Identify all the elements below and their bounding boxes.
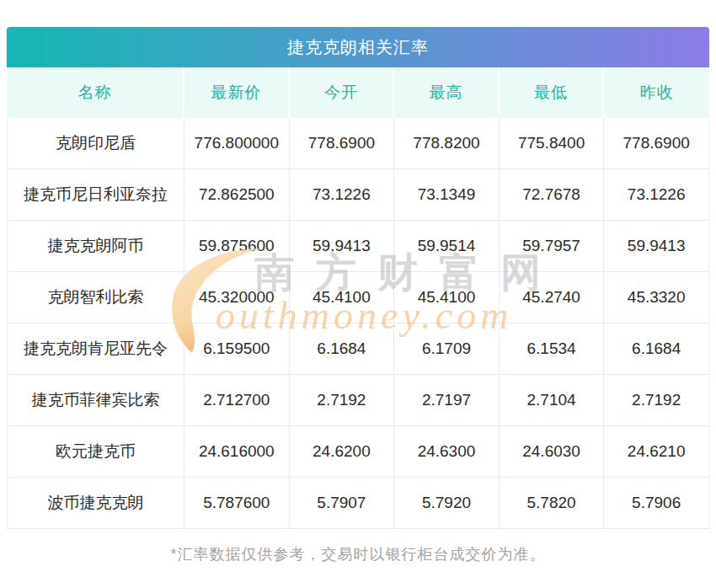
table-row: 捷克币菲律宾比索2.7127002.71922.71972.71042.7192 [7, 375, 709, 426]
rate-value-cell: 24.6030 [500, 426, 605, 477]
pair-name-cell: 捷克克朗肯尼亚先令 [7, 323, 184, 374]
column-header-3: 最高 [394, 67, 500, 118]
table-row: 捷克克朗肯尼亚先令6.1595006.16846.17096.15346.168… [7, 323, 709, 375]
rate-value-cell: 45.4100 [394, 272, 500, 323]
table-body: 克朗印尼盾776.800000778.6900778.8200775.84007… [7, 118, 709, 529]
page: 捷克克朗相关汇率 名称最新价今开最高最低昨收 克朗印尼盾776.80000077… [0, 0, 716, 588]
column-header-5: 昨收 [604, 67, 709, 118]
rate-value-cell: 59.875600 [184, 221, 290, 271]
column-header-0: 名称 [7, 67, 184, 118]
disclaimer-footnote: *汇率数据仅供参考，交易时以银行柜台成交价为准。 [0, 544, 716, 564]
rate-value-cell: 6.159500 [184, 323, 290, 374]
rate-value-cell: 72.862500 [184, 169, 290, 220]
pair-name-cell: 欧元捷克币 [7, 426, 184, 477]
rate-value-cell: 2.7192 [604, 375, 709, 425]
table-row: 波币捷克克朗5.7876005.79075.79205.78205.7906 [7, 478, 709, 529]
table-row: 欧元捷克币24.61600024.620024.630024.603024.62… [7, 426, 709, 478]
rate-value-cell: 6.1684 [290, 323, 395, 374]
rate-value-cell: 5.7820 [500, 478, 605, 528]
rate-value-cell: 59.9413 [604, 221, 709, 271]
rate-value-cell: 73.1226 [604, 169, 709, 220]
rate-value-cell: 2.7104 [500, 375, 605, 425]
pair-name-cell: 捷克币尼日利亚奈拉 [7, 169, 184, 220]
rate-value-cell: 5.7906 [604, 478, 709, 528]
rate-value-cell: 24.6300 [394, 426, 500, 477]
rate-value-cell: 776.800000 [184, 118, 290, 168]
rate-value-cell: 5.7920 [394, 478, 500, 528]
pair-name-cell: 捷克克朗阿币 [7, 221, 184, 271]
rate-value-cell: 24.616000 [184, 426, 290, 477]
table-row: 克朗智利比索45.32000045.410045.410045.274045.3… [7, 272, 709, 323]
table-header-row: 名称最新价今开最高最低昨收 [7, 67, 709, 118]
rate-value-cell: 59.9514 [394, 221, 500, 271]
rate-value-cell: 778.6900 [604, 118, 709, 168]
rate-value-cell: 73.1226 [290, 169, 395, 220]
rate-value-cell: 778.6900 [290, 118, 395, 168]
table-title-bar: 捷克克朗相关汇率 [7, 27, 709, 67]
exchange-rate-table: 捷克克朗相关汇率 名称最新价今开最高最低昨收 克朗印尼盾776.80000077… [7, 27, 709, 529]
rate-value-cell: 59.9413 [290, 221, 395, 271]
rate-value-cell: 45.3320 [604, 272, 709, 323]
rate-value-cell: 778.8200 [394, 118, 500, 168]
rate-value-cell: 2.7197 [394, 375, 500, 425]
pair-name-cell: 克朗智利比索 [7, 272, 184, 323]
rate-value-cell: 6.1684 [604, 323, 709, 374]
rate-value-cell: 24.6210 [604, 426, 709, 477]
rate-value-cell: 45.320000 [184, 272, 290, 323]
rate-value-cell: 6.1534 [500, 323, 605, 374]
rate-value-cell: 5.7907 [290, 478, 395, 528]
pair-name-cell: 克朗印尼盾 [7, 118, 184, 168]
column-header-1: 最新价 [184, 67, 290, 118]
rate-value-cell: 5.787600 [184, 478, 290, 528]
table-row: 捷克币尼日利亚奈拉72.86250073.122673.134972.76787… [7, 169, 709, 221]
table-row: 克朗印尼盾776.800000778.6900778.8200775.84007… [7, 118, 709, 169]
pair-name-cell: 捷克币菲律宾比索 [7, 375, 184, 425]
rate-value-cell: 2.712700 [184, 375, 290, 425]
rate-value-cell: 775.8400 [500, 118, 605, 168]
rate-value-cell: 6.1709 [394, 323, 500, 374]
column-header-4: 最低 [500, 67, 605, 118]
rate-value-cell: 24.6200 [290, 426, 395, 477]
rate-value-cell: 73.1349 [394, 169, 500, 220]
rate-value-cell: 72.7678 [500, 169, 605, 220]
rate-value-cell: 45.4100 [290, 272, 395, 323]
pair-name-cell: 波币捷克克朗 [7, 478, 184, 528]
rate-value-cell: 2.7192 [290, 375, 395, 425]
table-row: 捷克克朗阿币59.87560059.941359.951459.795759.9… [7, 221, 709, 272]
rate-value-cell: 45.2740 [500, 272, 605, 323]
column-header-2: 今开 [290, 67, 395, 118]
rate-value-cell: 59.7957 [500, 221, 605, 271]
table-title: 捷克克朗相关汇率 [287, 36, 429, 59]
